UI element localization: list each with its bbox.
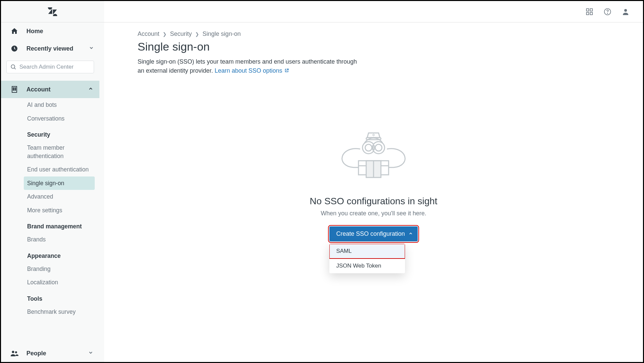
create-button-wrap: Create SSO configuration SAML JSON Web T… (329, 226, 417, 241)
header-actions (585, 8, 643, 16)
sub-end-user-auth[interactable]: End user authentication (27, 163, 99, 176)
chevron-down-icon (88, 350, 93, 357)
building-icon (10, 85, 18, 93)
sidebar: Home Recently viewed Account (1, 22, 104, 362)
nav-account[interactable]: Account (1, 81, 99, 98)
chevron-right-icon: ❯ (163, 31, 167, 37)
create-sso-button[interactable]: Create SSO configuration (329, 226, 417, 241)
zendesk-logo-icon (48, 7, 57, 16)
logo[interactable] (1, 1, 104, 22)
people-icon (10, 349, 18, 357)
home-icon (10, 27, 18, 35)
sub-benchmark[interactable]: Benchmark survey (27, 305, 99, 319)
svg-rect-0 (586, 9, 589, 11)
nav-recent-label: Recently viewed (26, 45, 73, 52)
search-wrap (1, 61, 99, 79)
sub-conversations[interactable]: Conversations (27, 112, 99, 126)
empty-state: No SSO configurations in sight When you … (138, 129, 610, 241)
search-icon (10, 64, 17, 70)
empty-title: No SSO configurations in sight (310, 196, 437, 207)
empty-illustration (327, 129, 420, 183)
svg-point-16 (15, 351, 17, 353)
sub-single-sign-on[interactable]: Single sign-on (24, 176, 95, 190)
layout: Home Recently viewed Account (1, 22, 643, 362)
sub-heading-tools: Tools (27, 289, 99, 305)
sso-type-dropdown: SAML JSON Web Token (329, 244, 405, 273)
empty-subtitle: When you create one, you'll see it here. (321, 210, 426, 217)
svg-point-6 (624, 9, 627, 12)
crumb-current: Single sign-on (203, 30, 241, 38)
nav-recently-viewed[interactable]: Recently viewed (1, 40, 99, 57)
nav-account-label: Account (26, 86, 51, 93)
sub-heading-appearance: Appearance (27, 246, 99, 262)
content-inner: Account ❯ Security ❯ Single sign-on Sing… (104, 22, 643, 249)
crumb-account[interactable]: Account (138, 30, 159, 38)
crumb-security[interactable]: Security (170, 30, 192, 38)
learn-sso-link[interactable]: Learn about SSO options (215, 67, 289, 74)
chevron-up-icon (408, 230, 413, 237)
page-description: Single sign-on (SSO) lets your team memb… (138, 57, 358, 75)
sub-brands[interactable]: Brands (27, 233, 99, 246)
nav-people[interactable]: People (1, 345, 99, 362)
chevron-down-icon (89, 45, 94, 52)
dropdown-saml[interactable]: SAML (329, 244, 405, 259)
svg-point-8 (11, 65, 15, 68)
svg-point-5 (607, 13, 608, 13)
sub-localization[interactable]: Localization (27, 276, 99, 289)
chevron-right-icon: ❯ (195, 31, 199, 37)
search-input[interactable] (19, 64, 90, 70)
nav-home[interactable]: Home (1, 22, 99, 40)
svg-rect-2 (586, 12, 589, 15)
sub-branding[interactable]: Branding (27, 262, 99, 276)
svg-rect-3 (590, 12, 592, 15)
sub-heading-brand-mgmt: Brand management (27, 217, 99, 233)
svg-rect-13 (13, 89, 14, 90)
create-sso-label: Create SSO configuration (336, 230, 405, 237)
user-icon[interactable] (622, 8, 630, 16)
svg-rect-14 (15, 89, 16, 90)
sub-team-member-auth[interactable]: Team member authentication (27, 141, 99, 163)
page-title: Single sign-on (138, 40, 610, 53)
nav-people-label: People (26, 350, 46, 357)
breadcrumb: Account ❯ Security ❯ Single sign-on (138, 30, 610, 38)
learn-link-text: Learn about SSO options (215, 67, 282, 74)
top-header (1, 1, 643, 22)
search-box[interactable] (6, 61, 94, 73)
svg-point-15 (12, 351, 14, 353)
svg-rect-11 (13, 88, 14, 89)
svg-rect-12 (15, 88, 16, 89)
apps-icon[interactable] (585, 8, 593, 16)
sub-advanced[interactable]: Advanced (27, 190, 99, 204)
sub-heading-security: Security (27, 125, 99, 141)
svg-rect-1 (590, 9, 592, 11)
sidebar-scroll[interactable]: Account AI and bots Conversations Securi… (1, 79, 99, 345)
help-icon[interactable] (603, 8, 612, 16)
svg-line-9 (14, 68, 16, 69)
chevron-up-icon (88, 86, 93, 93)
nav-home-label: Home (26, 28, 43, 35)
clock-icon (10, 45, 18, 53)
sub-more-settings[interactable]: More settings (27, 204, 99, 217)
dropdown-jwt[interactable]: JSON Web Token (329, 259, 405, 273)
external-link-icon (285, 66, 289, 75)
main-content: Account ❯ Security ❯ Single sign-on Sing… (104, 22, 643, 362)
account-sub-items: AI and bots Conversations Security Team … (1, 98, 99, 325)
sub-ai-bots[interactable]: AI and bots (27, 98, 99, 112)
